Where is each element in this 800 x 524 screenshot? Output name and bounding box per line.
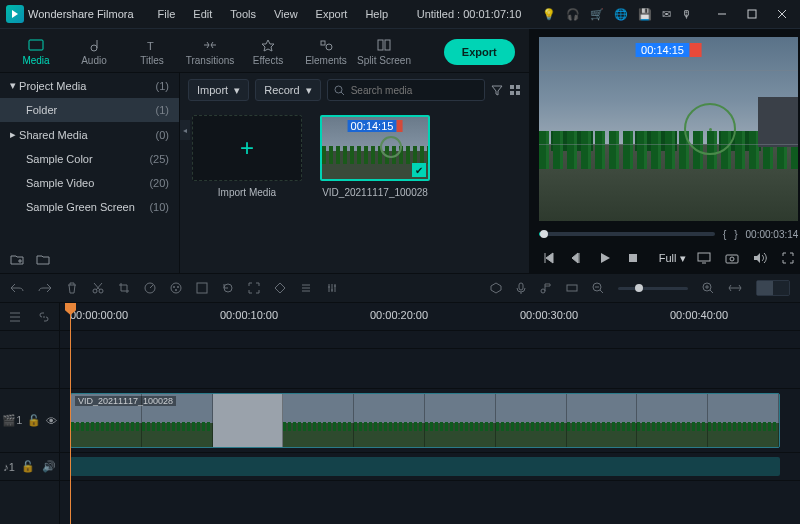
gutter-header xyxy=(0,303,59,331)
zoom-out-icon[interactable] xyxy=(592,282,604,294)
tree-head-project-media[interactable]: ▾ Project Media (1) xyxy=(0,73,179,98)
timeline-ruler[interactable]: 00:00:00:00 00:00:10:00 00:00:20:00 00:0… xyxy=(60,303,800,331)
grid-view-icon[interactable] xyxy=(509,84,521,96)
new-folder-icon[interactable] xyxy=(10,253,24,265)
tab-transitions[interactable]: Transitions xyxy=(182,31,238,72)
preview-panel: 00:14:15 { } 00:00:03:14 Full▾ xyxy=(529,29,800,273)
export-button[interactable]: Export xyxy=(444,39,515,65)
speed-icon[interactable] xyxy=(144,282,156,294)
snapshot-icon[interactable] xyxy=(722,248,742,268)
menu-file[interactable]: File xyxy=(150,4,184,24)
color-icon[interactable] xyxy=(170,282,182,294)
cut-icon[interactable] xyxy=(92,282,104,294)
tab-audio[interactable]: Audio xyxy=(66,31,122,72)
brace-in[interactable]: { xyxy=(723,229,726,240)
video-track-1[interactable]: VID_20211117_100028 xyxy=(60,389,800,453)
zoom-fit-icon[interactable] xyxy=(728,283,742,293)
gutter-link-row xyxy=(0,331,59,349)
headset-icon[interactable]: 🎧 xyxy=(566,8,580,21)
mail-icon[interactable]: ✉ xyxy=(662,8,671,21)
cart-icon[interactable]: 🛒 xyxy=(590,8,604,21)
stop-button[interactable] xyxy=(623,248,643,268)
eye-icon[interactable]: 👁 xyxy=(46,415,57,427)
brace-out[interactable]: } xyxy=(734,229,737,240)
search-box[interactable] xyxy=(327,79,485,101)
hamburger-icon[interactable] xyxy=(9,312,21,322)
maximize-button[interactable] xyxy=(740,4,764,24)
tab-split-screen[interactable]: Split Screen xyxy=(356,31,412,72)
lock-icon[interactable]: 🔓 xyxy=(21,460,35,473)
audio-mixer-icon[interactable] xyxy=(326,282,338,294)
redo-icon[interactable] xyxy=(38,282,52,294)
detect-icon[interactable] xyxy=(248,282,260,294)
green-screen-icon[interactable] xyxy=(196,282,208,294)
titlebar: Wondershare Filmora File Edit Tools View… xyxy=(0,0,800,28)
voice-icon[interactable] xyxy=(516,282,526,294)
playhead[interactable] xyxy=(70,303,71,524)
import-dropdown[interactable]: Import▾ xyxy=(188,79,249,101)
crop-icon[interactable] xyxy=(118,282,130,294)
menu-export[interactable]: Export xyxy=(308,4,356,24)
svg-point-8 xyxy=(335,86,342,93)
zoom-slider[interactable] xyxy=(618,287,688,290)
volume-icon[interactable] xyxy=(750,248,770,268)
svg-rect-7 xyxy=(385,40,390,50)
tree-item-sample-video[interactable]: Sample Video(20) xyxy=(0,171,179,195)
tree-item-sample-green-screen[interactable]: Sample Green Screen(10) xyxy=(0,195,179,219)
marker-icon[interactable] xyxy=(490,282,502,294)
play-button[interactable] xyxy=(595,248,615,268)
filter-icon[interactable] xyxy=(491,84,503,96)
tab-elements[interactable]: Elements xyxy=(298,31,354,72)
preview-viewport[interactable]: 00:14:15 xyxy=(539,37,799,221)
search-input[interactable] xyxy=(351,85,478,96)
tab-titles[interactable]: TTitles xyxy=(124,31,180,72)
display-icon[interactable] xyxy=(694,248,714,268)
tab-effects[interactable]: Effects xyxy=(240,31,296,72)
scrub-track[interactable] xyxy=(539,232,715,236)
audio-clip[interactable] xyxy=(70,457,780,476)
tree-item-shared-media[interactable]: ▸ Shared Media(0) xyxy=(0,122,179,147)
menu-view[interactable]: View xyxy=(266,4,306,24)
import-media-card[interactable]: + Import Media xyxy=(192,115,302,265)
tree-item-sample-color[interactable]: Sample Color(25) xyxy=(0,147,179,171)
menu-help[interactable]: Help xyxy=(357,4,396,24)
menu-tools[interactable]: Tools xyxy=(222,4,264,24)
svg-rect-14 xyxy=(698,253,710,261)
menu-edit[interactable]: Edit xyxy=(185,4,220,24)
step-back-button[interactable] xyxy=(567,248,587,268)
collapse-sidebar-button[interactable]: ◂ xyxy=(180,120,190,140)
track-spacer xyxy=(60,349,800,389)
lock-icon[interactable]: 🔓 xyxy=(27,414,41,427)
minimize-button[interactable] xyxy=(710,4,734,24)
video-clip[interactable]: VID_20211117_100028 xyxy=(70,393,780,448)
mic-icon[interactable]: 🎙 xyxy=(681,8,692,20)
delete-icon[interactable] xyxy=(66,282,78,294)
fullscreen-icon[interactable] xyxy=(778,248,798,268)
close-button[interactable] xyxy=(770,4,794,24)
bulb-icon[interactable]: 💡 xyxy=(542,8,556,21)
media-card-video[interactable]: 00:14:15 ✔ VID_20211117_100028 xyxy=(320,115,430,265)
undo-icon[interactable] xyxy=(10,282,24,294)
record-dropdown[interactable]: Record▾ xyxy=(255,79,320,101)
tab-media[interactable]: Media xyxy=(8,31,64,72)
game-hud: 00:14:15 xyxy=(635,43,702,57)
render-icon[interactable] xyxy=(566,282,578,294)
rotate-icon[interactable] xyxy=(222,282,234,294)
zoom-in-icon[interactable] xyxy=(702,282,714,294)
globe-icon[interactable]: 🌐 xyxy=(614,8,628,21)
crosshair-overlay xyxy=(684,103,736,155)
quality-select[interactable]: Full▾ xyxy=(659,252,687,265)
timeline-main[interactable]: 00:00:00:00 00:00:10:00 00:00:20:00 00:0… xyxy=(60,303,800,524)
save-icon[interactable]: 💾 xyxy=(638,8,652,21)
link-icon[interactable] xyxy=(38,311,50,323)
timeline-view-toggle[interactable] xyxy=(756,280,790,296)
settings-icon[interactable] xyxy=(300,282,312,294)
tree-item-folder[interactable]: Folder(1) xyxy=(0,98,179,122)
keyframe-icon[interactable] xyxy=(274,282,286,294)
gutter-spacer xyxy=(0,349,59,389)
sound-icon[interactable]: 🔊 xyxy=(42,460,56,473)
prev-frame-button[interactable] xyxy=(539,248,559,268)
audio-track-1[interactable] xyxy=(60,453,800,481)
music-icon[interactable] xyxy=(540,282,552,294)
folder-icon[interactable] xyxy=(36,253,50,265)
